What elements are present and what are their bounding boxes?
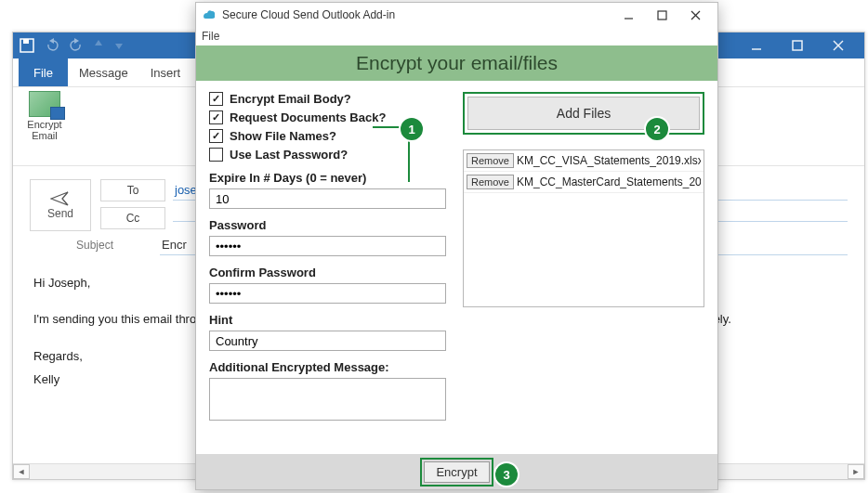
dialog-close-icon[interactable] xyxy=(678,4,712,26)
additional-message-label: Additional Encrypted Message: xyxy=(209,360,446,374)
minimize-icon[interactable] xyxy=(736,32,777,58)
files-column: Add Files Remove KM_CC_VISA_Statements_2… xyxy=(463,92,704,447)
cc-button[interactable]: Cc xyxy=(100,207,165,229)
svg-rect-3 xyxy=(793,41,802,50)
password-label: Password xyxy=(209,218,446,232)
remove-file-button[interactable]: Remove xyxy=(467,175,514,189)
dialog-title: Secure Cloud Send Outlook Add-in xyxy=(222,8,395,21)
dialog-menubar: File xyxy=(196,27,717,45)
up-icon[interactable] xyxy=(93,38,104,54)
checkbox-encrypt-body[interactable]: ✓Encrypt Email Body? xyxy=(209,92,446,106)
file-row: Remove KM_CC_MasterCard_Statements_201 xyxy=(464,172,704,193)
hint-label: Hint xyxy=(209,313,446,327)
tab-message[interactable]: Message xyxy=(68,58,139,86)
tab-file[interactable]: File xyxy=(19,58,68,86)
options-column: ✓Encrypt Email Body? ✓Request Documents … xyxy=(209,92,446,447)
encrypt-highlight: Encrypt xyxy=(420,458,493,487)
secure-cloud-send-dialog: Secure Cloud Send Outlook Add-in File En… xyxy=(195,2,718,490)
checkbox-use-last-password[interactable]: Use Last Password? xyxy=(209,148,446,162)
send-icon xyxy=(50,190,71,207)
remove-file-button[interactable]: Remove xyxy=(467,153,514,168)
expire-input[interactable] xyxy=(209,188,446,209)
file-row: Remove KM_CC_VISA_Statements_2019.xlsx xyxy=(464,150,704,172)
callout-badge-3: 3 xyxy=(493,461,519,487)
undo-icon[interactable] xyxy=(45,37,59,55)
additional-message-input[interactable] xyxy=(209,378,446,421)
ribbon-label: Email xyxy=(22,130,67,141)
to-button[interactable]: To xyxy=(100,179,165,201)
subject-label: Subject xyxy=(30,239,160,252)
dialog-file-menu[interactable]: File xyxy=(202,30,219,43)
file-name: KM_CC_MasterCard_Statements_201 xyxy=(517,175,701,188)
close-icon[interactable] xyxy=(818,32,859,58)
dialog-footer: Encrypt xyxy=(196,454,717,489)
checkbox-icon: ✓ xyxy=(209,92,223,106)
callout-badge-1: 1 xyxy=(399,116,425,142)
checkbox-icon xyxy=(209,148,223,162)
confirm-password-input[interactable] xyxy=(209,283,446,304)
ribbon-label: Encrypt xyxy=(22,119,67,130)
maximize-icon[interactable] xyxy=(777,32,818,58)
encrypt-email-icon xyxy=(29,91,60,117)
dialog-maximize-icon[interactable] xyxy=(645,4,678,26)
checkbox-icon: ✓ xyxy=(209,129,223,143)
file-list: Remove KM_CC_VISA_Statements_2019.xlsx R… xyxy=(463,149,704,307)
confirm-password-label: Confirm Password xyxy=(209,266,446,279)
encrypt-button[interactable]: Encrypt xyxy=(424,461,489,483)
send-button[interactable]: Send xyxy=(30,179,91,231)
app-logo-icon xyxy=(202,7,217,22)
password-input[interactable] xyxy=(209,236,446,256)
send-label: Send xyxy=(47,207,73,220)
expire-label: Expire In # Days (0 = never) xyxy=(209,171,446,185)
save-icon[interactable] xyxy=(19,37,35,54)
file-name: KM_CC_VISA_Statements_2019.xlsx xyxy=(517,154,701,167)
tab-insert[interactable]: Insert xyxy=(139,58,192,86)
down-icon[interactable] xyxy=(113,38,125,54)
dialog-titlebar: Secure Cloud Send Outlook Add-in xyxy=(196,3,717,27)
callout-badge-2: 2 xyxy=(644,116,670,142)
svg-rect-7 xyxy=(658,11,666,19)
quick-access-toolbar xyxy=(19,37,125,55)
dialog-minimize-icon[interactable] xyxy=(612,4,645,26)
checkbox-icon: ✓ xyxy=(209,110,223,124)
scroll-left-icon[interactable]: ◄ xyxy=(13,464,30,479)
hint-input[interactable] xyxy=(209,331,446,351)
scroll-right-icon[interactable]: ► xyxy=(848,464,864,479)
dialog-banner: Encrypt your email/files xyxy=(196,45,717,81)
redo-icon[interactable] xyxy=(69,37,84,55)
encrypt-email-ribbon-button[interactable]: Encrypt Email xyxy=(22,91,67,141)
svg-rect-1 xyxy=(23,39,29,44)
